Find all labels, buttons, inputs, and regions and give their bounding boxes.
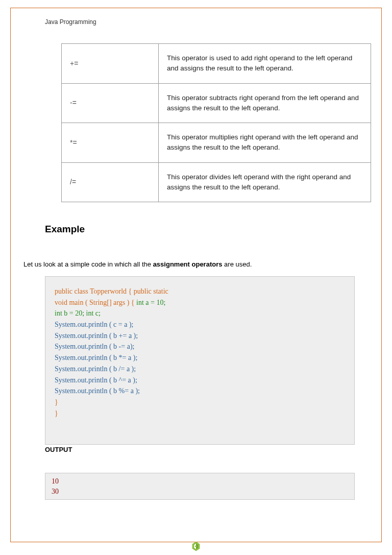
code-line: System.out.println ( b *= a ); — [55, 352, 345, 364]
code-line: } — [55, 408, 345, 419]
operator-symbol: -= — [62, 83, 159, 123]
code-line: void main ( String[] args ) { int a = 10… — [55, 297, 345, 308]
operator-desc: This operator subtracts right operand fr… — [159, 83, 371, 123]
operator-symbol: *= — [62, 123, 159, 163]
intro-text: are used. — [222, 260, 252, 268]
table-row: -= This operator subtracts right operand… — [62, 83, 371, 123]
output-line: 30 — [52, 487, 348, 497]
intro-bold: assignment operators — [153, 260, 223, 268]
code-line: public class Topperworld { public static — [55, 286, 345, 297]
operator-desc: This operator multiplies right operand w… — [159, 123, 371, 163]
logo-icon — [190, 541, 202, 552]
code-line: System.out.println ( b /= a ); — [55, 364, 345, 375]
code-line: } — [55, 397, 345, 408]
intro-text: Let us look at a simple code in which al… — [23, 260, 153, 268]
operator-desc: This operator is used to add right opera… — [159, 44, 371, 84]
operator-symbol: /= — [62, 162, 159, 202]
example-intro: Let us look at a simple code in which al… — [23, 260, 374, 268]
operator-symbol: += — [62, 44, 159, 84]
output-label: OUTPUT — [45, 446, 374, 453]
code-line: int b = 20; int c; — [55, 308, 345, 319]
output-block: 10 30 — [45, 473, 355, 500]
code-line: System.out.println ( c = a ); — [55, 319, 345, 330]
code-keyword: void main ( String[] args ) { — [55, 299, 136, 306]
code-line: System.out.println ( b += a ); — [55, 330, 345, 342]
code-block: public class Topperworld { public static… — [45, 276, 355, 445]
table-row: += This operator is used to add right op… — [62, 44, 371, 84]
operator-desc: This operator divides left operand with … — [159, 162, 371, 202]
table-row: /= This operator divides left operand wi… — [62, 162, 371, 202]
page-header: Java Programming — [45, 18, 96, 26]
page-content: += This operator is used to add right op… — [18, 43, 374, 500]
code-line: System.out.println ( b ^= a ); — [55, 375, 345, 386]
output-line: 10 — [52, 476, 348, 487]
operators-table: += This operator is used to add right op… — [61, 43, 371, 202]
code-literal: int a = 10; — [136, 299, 165, 306]
code-line: System.out.println ( b %= a ); — [55, 385, 345, 397]
code-line: System.out.println ( b -= a); — [55, 341, 345, 352]
table-row: *= This operator multiplies right operan… — [62, 123, 371, 163]
example-heading: Example — [45, 224, 374, 235]
